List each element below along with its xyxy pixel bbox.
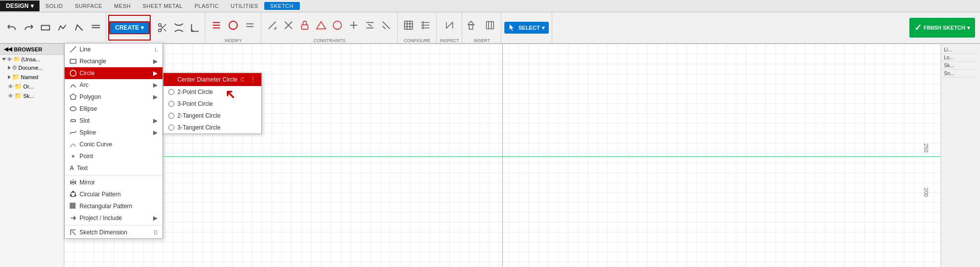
svg-line-14 (269, 22, 276, 29)
horiz-line-tool[interactable] (88, 15, 104, 41)
polyline-tool[interactable] (54, 15, 70, 41)
menu-item-ellipse[interactable]: Ellipse (65, 103, 163, 115)
configure-tool1[interactable] (401, 12, 416, 38)
menu-item-point[interactable]: Point (65, 150, 163, 162)
submenu-2point-circle[interactable]: 2-Point Circle (163, 86, 261, 98)
submenu-3tangent-circle[interactable]: 3-Tangent Circle (163, 122, 261, 134)
constraint-pt[interactable] (346, 12, 362, 38)
menu-item-project-include[interactable]: Project / Include ▶ (65, 212, 163, 224)
eye-icon-root[interactable]: 👁 (7, 56, 12, 62)
constraint-para[interactable] (378, 12, 394, 38)
tab-surface[interactable]: SURFACE (69, 2, 108, 10)
tab-plastic[interactable]: PLASTIC (189, 2, 225, 10)
menu-item-sketch-dimension[interactable]: Sketch Dimension D (65, 226, 163, 238)
create-button[interactable]: CREATE ▾ (109, 21, 150, 34)
svg-line-28 (383, 26, 386, 29)
finish-sketch-button[interactable]: ✓ FINISH SKETCH ▾ (909, 18, 975, 38)
constraint-circle[interactable] (329, 12, 345, 38)
tab-sketch[interactable]: SKETCH (264, 2, 300, 10)
undo-button[interactable] (4, 15, 20, 41)
menu-divider-2 (65, 225, 163, 225)
menu-item-slot[interactable]: Slot ▶ (65, 115, 163, 127)
arc-tool[interactable] (71, 15, 87, 41)
inspect-tool1[interactable] (442, 12, 457, 38)
svg-line-6 (164, 29, 166, 31)
browser-tree-root[interactable]: 👁 📁 (Unsa... (0, 55, 64, 63)
menu-polygon-arrow: ▶ (153, 93, 158, 100)
menu-item-line[interactable]: Line L (65, 44, 163, 55)
tab-utilities[interactable]: UTILITIES (225, 2, 264, 10)
triangle-tool[interactable] (313, 12, 329, 38)
tab-mesh[interactable]: MESH (108, 2, 137, 10)
browser-item-sketch[interactable]: 👁 📁 Sk... (6, 91, 64, 100)
submenu-2tangent-circle[interactable]: 2-Tangent Circle (163, 110, 261, 122)
tab-sheet-metal[interactable]: SHEET METAL (137, 2, 189, 10)
redo-button[interactable] (21, 15, 37, 41)
menu-mirror-label: Mirror (80, 179, 95, 186)
select-button[interactable]: SELECT ▾ (504, 22, 548, 34)
equal-icon[interactable] (242, 12, 258, 38)
menu-item-circular-pattern[interactable]: Circular Pattern (65, 188, 163, 200)
fillet-tool[interactable] (187, 15, 203, 41)
rp-item-lo[interactable]: Lo... (943, 54, 978, 62)
insert-tool1[interactable] (465, 12, 481, 38)
canvas-label-250: 250 (923, 143, 929, 152)
design-label: DESIGN (6, 2, 29, 9)
menu-item-conic[interactable]: Conic Curve (65, 138, 163, 150)
svg-point-61 (70, 195, 72, 196)
browser-header[interactable]: ◀◀ BROWSER (0, 44, 64, 55)
submenu-center-diameter[interactable]: Center Diameter Circle C ⋮ (163, 73, 261, 86)
modify-tool1[interactable] (208, 12, 224, 38)
menu-item-polygon[interactable]: Polygon ▶ (65, 91, 163, 103)
eye-icon-sketch[interactable]: 👁 (8, 93, 13, 99)
design-button[interactable]: DESIGN ▾ (0, 0, 40, 11)
constraint-line[interactable] (264, 12, 280, 38)
menu-item-arc[interactable]: Arc ▶ (65, 79, 163, 91)
insert-tool2[interactable] (482, 12, 498, 38)
tab-solid[interactable]: SOLID (40, 2, 69, 10)
browser-item-named[interactable]: 📁 Named (6, 72, 64, 82)
menu-item-rectangular-pattern[interactable]: Rectangular Pattern (65, 200, 163, 212)
menu-item-spline[interactable]: Spline ▶ (65, 127, 163, 138)
configure-tool2[interactable] (417, 12, 433, 38)
svg-rect-41 (469, 25, 473, 29)
browser-panel: ◀◀ BROWSER 👁 📁 (Unsa... ⚙ Docume... 📁 Na… (0, 44, 64, 267)
menu-project-label: Project / Include (80, 215, 122, 222)
menu-item-rectangle[interactable]: Rectangle ▶ (65, 55, 163, 67)
doc-label: Docume... (18, 65, 43, 71)
constraint-x[interactable] (281, 12, 296, 38)
scissors-tool[interactable] (155, 15, 170, 41)
svg-rect-43 (487, 22, 494, 29)
svg-marker-42 (468, 21, 474, 25)
rp-item-sn[interactable]: Sn... (943, 70, 978, 78)
menu-item-mirror[interactable]: Mirror (65, 177, 163, 188)
menu-item-circle[interactable]: Circle ▶ (65, 67, 163, 79)
menu-divider-1 (65, 175, 163, 176)
gear-icon-doc[interactable]: ⚙ (12, 64, 17, 71)
rp-item-li[interactable]: Li... (943, 46, 978, 54)
svg-point-3 (159, 24, 162, 27)
rp-item-sk[interactable]: Sk... (943, 62, 978, 70)
constraint-sym[interactable] (362, 12, 378, 38)
create-label: CREATE (115, 24, 139, 31)
circle-tool-icon[interactable] (225, 12, 241, 38)
expand-doc-icon (8, 66, 11, 70)
vertical-guide-line (502, 44, 503, 267)
menu-item-text[interactable]: A Text (65, 162, 163, 174)
menu-circle-label: Circle (80, 70, 95, 77)
menu-line-label: Line (80, 46, 91, 53)
right-panel: Li... Lo... Sk... Sn... (940, 44, 980, 267)
trim-tool[interactable] (171, 15, 187, 41)
3point-circle-label: 3-Point Circle (177, 100, 213, 107)
dots-menu-icon[interactable]: ⋮ (249, 76, 256, 84)
submenu-3point-circle[interactable]: 3-Point Circle (163, 98, 261, 110)
menu-circle-arrow: ▶ (153, 70, 158, 77)
eye-icon-origin[interactable]: 👁 (8, 84, 13, 89)
browser-item-document[interactable]: ⚙ Docume... (6, 63, 64, 72)
finish-sketch-label: FINISH SKETCH (924, 25, 965, 31)
browser-item-origin[interactable]: 👁 📁 Or... (6, 82, 64, 91)
svg-point-11 (229, 21, 238, 30)
line-tool[interactable] (38, 15, 53, 41)
lock-tool[interactable] (297, 12, 313, 38)
configure-label: CONFIGURE (404, 38, 430, 43)
